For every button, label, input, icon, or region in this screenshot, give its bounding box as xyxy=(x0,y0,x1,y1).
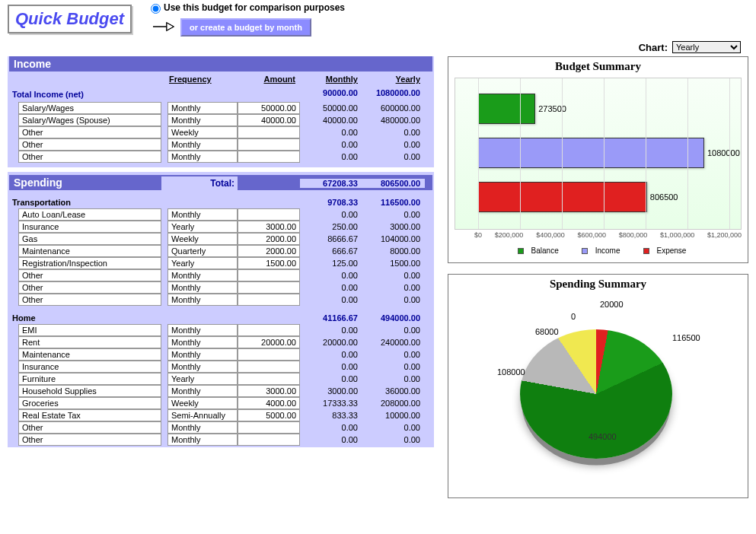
row-label[interactable]: EMI xyxy=(18,324,161,336)
row-label[interactable]: Gas xyxy=(18,233,161,245)
axis-tick: $0 xyxy=(474,231,482,239)
chart-period-select[interactable]: Yearly xyxy=(672,41,741,53)
monthly-cell: 0.00 xyxy=(300,294,362,305)
table-row: Other Weekly 0.00 0.00 xyxy=(9,126,432,138)
frequency-cell[interactable]: Monthly xyxy=(167,336,238,348)
row-label[interactable]: Rent xyxy=(18,336,161,348)
axis-tick: $800,000 xyxy=(619,231,648,239)
pie-label: 108000 xyxy=(497,367,525,377)
frequency-cell[interactable]: Monthly xyxy=(167,434,238,446)
group-title: Transportation xyxy=(9,198,161,207)
amount-cell[interactable] xyxy=(238,361,300,373)
row-label[interactable]: Other xyxy=(18,281,161,294)
amount-cell[interactable]: 1500.00 xyxy=(238,257,300,269)
pie-label: 494000 xyxy=(589,432,617,441)
yearly-cell: 0.00 xyxy=(362,422,425,433)
group-yearly: 116500.00 xyxy=(362,198,425,207)
frequency-cell[interactable]: Weekly xyxy=(167,126,238,138)
table-row: Household Supplies Monthly 3000.00 3000.… xyxy=(9,385,432,397)
frequency-cell[interactable]: Monthly xyxy=(167,385,238,397)
amount-cell[interactable]: 4000.00 xyxy=(238,397,300,409)
amount-cell[interactable]: 2000.00 xyxy=(238,245,300,257)
frequency-cell[interactable]: Yearly xyxy=(167,221,238,233)
row-label[interactable]: Other xyxy=(18,126,161,138)
amount-cell[interactable] xyxy=(238,434,300,446)
frequency-cell[interactable]: Weekly xyxy=(167,233,238,245)
income-panel: Income Frequency Amount Monthly Yearly T… xyxy=(8,56,434,167)
frequency-cell[interactable]: Monthly xyxy=(167,208,238,221)
row-label[interactable]: Registration/Inspection xyxy=(18,257,161,269)
row-label[interactable]: Household Supplies xyxy=(18,385,161,397)
frequency-cell[interactable]: Monthly xyxy=(167,114,238,126)
amount-cell[interactable] xyxy=(238,348,300,361)
frequency-cell[interactable]: Monthly xyxy=(167,361,238,373)
table-row: Salary/Wages Monthly 50000.00 50000.00 6… xyxy=(9,102,432,114)
row-label[interactable]: Auto Loan/Lease xyxy=(18,208,161,221)
table-row: EMI Monthly 0.00 0.00 xyxy=(9,324,432,336)
row-label[interactable]: Other xyxy=(18,138,161,151)
col-frequency: Frequency xyxy=(161,75,238,84)
table-row: Furniture Yearly 0.00 0.00 xyxy=(9,373,432,385)
table-row: Other Monthly 0.00 0.00 xyxy=(9,421,432,434)
amount-cell[interactable]: 3000.00 xyxy=(238,221,300,233)
amount-cell[interactable] xyxy=(238,126,300,138)
amount-cell[interactable] xyxy=(238,208,300,221)
yearly-cell: 104000.00 xyxy=(362,234,425,244)
row-label[interactable]: Other xyxy=(18,269,161,281)
amount-cell[interactable] xyxy=(238,138,300,151)
comparison-radio[interactable] xyxy=(151,4,161,14)
row-label[interactable]: Other xyxy=(18,294,161,306)
row-label[interactable]: Furniture xyxy=(18,373,161,385)
row-label[interactable]: Real Estate Tax xyxy=(18,409,161,421)
amount-cell[interactable]: 5000.00 xyxy=(238,409,300,421)
pie-label: 116500 xyxy=(672,333,700,342)
row-label[interactable]: Salary/Wages xyxy=(18,102,161,114)
frequency-cell[interactable]: Monthly xyxy=(167,102,238,114)
monthly-cell: 833.33 xyxy=(300,410,362,421)
monthly-cell: 0.00 xyxy=(300,270,362,281)
row-label[interactable]: Insurance xyxy=(18,221,161,233)
amount-cell[interactable] xyxy=(238,324,300,336)
frequency-cell[interactable]: Monthly xyxy=(167,151,238,163)
yearly-cell: 0.00 xyxy=(362,270,425,281)
frequency-cell[interactable]: Weekly xyxy=(167,397,238,409)
frequency-cell[interactable]: Monthly xyxy=(167,269,238,281)
frequency-cell[interactable]: Monthly xyxy=(167,348,238,361)
row-label[interactable]: Insurance xyxy=(18,361,161,373)
amount-cell[interactable] xyxy=(238,294,300,306)
frequency-cell[interactable]: Monthly xyxy=(167,281,238,294)
amount-cell[interactable]: 3000.00 xyxy=(238,385,300,397)
yearly-cell: 240000.00 xyxy=(362,337,425,348)
table-row: Rent Monthly 20000.00 20000.00 240000.00 xyxy=(9,336,432,348)
frequency-cell[interactable]: Monthly xyxy=(167,138,238,151)
row-label[interactable]: Other xyxy=(18,151,161,163)
frequency-cell[interactable]: Yearly xyxy=(167,373,238,385)
amount-cell[interactable]: 2000.00 xyxy=(238,233,300,245)
row-label[interactable]: Maintenance xyxy=(18,348,161,361)
row-label[interactable]: Maintenance xyxy=(18,245,161,257)
monthly-cell: 125.00 xyxy=(300,258,362,269)
row-label[interactable]: Other xyxy=(18,421,161,434)
row-label[interactable]: Salary/Wages (Spouse) xyxy=(18,114,161,126)
frequency-cell[interactable]: Monthly xyxy=(167,294,238,306)
amount-cell[interactable]: 20000.00 xyxy=(238,336,300,348)
monthly-cell: 3000.00 xyxy=(300,386,362,396)
monthly-cell: 20000.00 xyxy=(300,337,362,348)
amount-cell[interactable]: 40000.00 xyxy=(238,114,300,126)
monthly-cell: 0.00 xyxy=(300,151,362,162)
frequency-cell[interactable]: Monthly xyxy=(167,421,238,434)
row-label[interactable]: Groceries xyxy=(18,397,161,409)
frequency-cell[interactable]: Monthly xyxy=(167,324,238,336)
amount-cell[interactable] xyxy=(238,269,300,281)
arrow-right-icon xyxy=(153,21,174,33)
amount-cell[interactable] xyxy=(238,281,300,294)
amount-cell[interactable] xyxy=(238,421,300,434)
frequency-cell[interactable]: Yearly xyxy=(167,257,238,269)
amount-cell[interactable] xyxy=(238,151,300,163)
row-label[interactable]: Other xyxy=(18,434,161,446)
amount-cell[interactable]: 50000.00 xyxy=(238,102,300,114)
frequency-cell[interactable]: Semi-Annually xyxy=(167,409,238,421)
create-budget-button[interactable]: or create a budget by month xyxy=(180,18,311,37)
amount-cell[interactable] xyxy=(238,373,300,385)
frequency-cell[interactable]: Quarterly xyxy=(167,245,238,257)
